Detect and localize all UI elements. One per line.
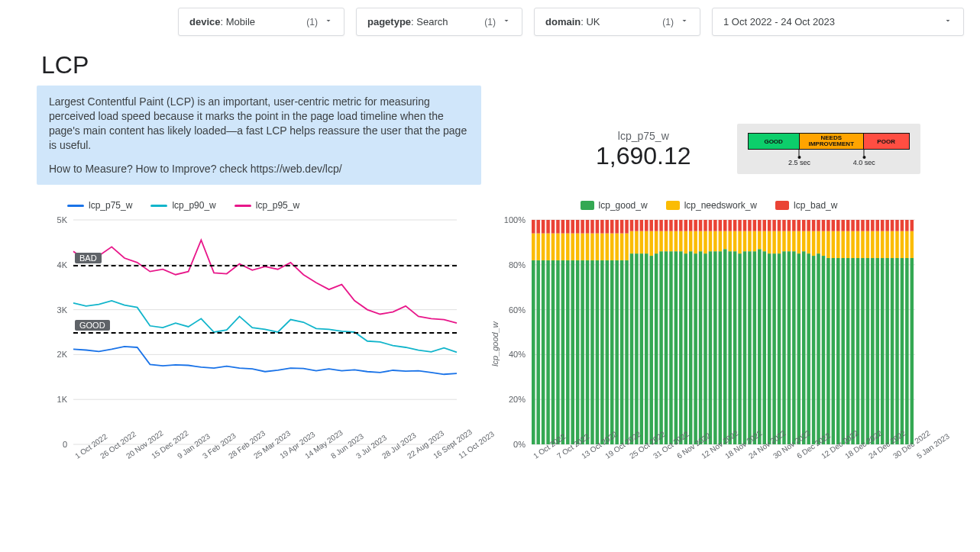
filter-daterange[interactable]: 1 Oct 2022 - 24 Oct 2023 (712, 8, 964, 36)
filter-bar: device: Mobile (1) pagetype: Search (1) … (178, 8, 966, 36)
svg-rect-84 (630, 254, 634, 445)
svg-rect-42 (561, 260, 565, 444)
percentile-chart: lcp_p75_w lcp_p90_w lcp_p95_w 01K2K3K4K5… (37, 200, 464, 496)
svg-rect-197 (812, 220, 816, 231)
caret-down-icon (680, 16, 689, 27)
svg-rect-237 (881, 258, 885, 444)
svg-rect-210 (836, 258, 840, 444)
svg-rect-102 (659, 252, 663, 445)
svg-rect-198 (817, 254, 820, 445)
svg-rect-143 (723, 220, 727, 231)
svg-rect-93 (645, 254, 648, 445)
caret-down-icon (943, 16, 953, 27)
svg-rect-241 (885, 231, 889, 258)
svg-rect-213 (841, 258, 845, 444)
svg-rect-101 (655, 220, 658, 231)
svg-rect-47 (566, 220, 570, 234)
threshold-poor: POOR (864, 134, 909, 149)
legend-swatch (67, 205, 84, 207)
filter-pagetype[interactable]: pagetype: Search (1) (356, 8, 522, 36)
svg-rect-242 (885, 220, 889, 231)
svg-rect-199 (817, 231, 820, 253)
svg-rect-130 (703, 231, 707, 253)
svg-rect-157 (748, 231, 752, 251)
svg-rect-30 (542, 260, 545, 444)
svg-rect-107 (665, 220, 668, 231)
svg-rect-254 (905, 220, 909, 231)
svg-rect-184 (792, 231, 796, 251)
svg-rect-40 (556, 234, 560, 260)
svg-rect-181 (788, 231, 791, 251)
svg-rect-89 (635, 220, 639, 231)
svg-rect-36 (551, 260, 555, 444)
svg-rect-209 (832, 220, 836, 231)
svg-rect-142 (723, 231, 727, 250)
description-text-2: How to Measure? How to Improve? check ht… (49, 162, 469, 176)
svg-rect-138 (719, 252, 723, 445)
svg-rect-27 (536, 260, 540, 444)
svg-text:5K: 5K (57, 215, 68, 224)
scorecard-value: 1,690.12 (596, 142, 691, 170)
svg-rect-234 (876, 258, 880, 444)
svg-rect-103 (659, 231, 663, 251)
svg-rect-195 (812, 256, 816, 444)
svg-rect-64 (596, 234, 600, 260)
svg-rect-217 (846, 231, 850, 258)
svg-rect-85 (630, 231, 634, 253)
legend-swatch (150, 205, 167, 207)
svg-rect-236 (876, 220, 880, 231)
legend-swatch (666, 201, 680, 210)
svg-rect-230 (866, 220, 870, 231)
svg-rect-24 (532, 260, 535, 444)
svg-rect-223 (856, 231, 860, 258)
svg-rect-189 (802, 252, 806, 445)
annotation-bad: BAD (75, 253, 102, 263)
svg-rect-116 (679, 220, 683, 231)
svg-rect-25 (532, 234, 535, 260)
svg-rect-183 (792, 252, 796, 445)
svg-rect-176 (778, 220, 781, 231)
svg-rect-140 (719, 220, 723, 231)
svg-text:4K: 4K (57, 260, 68, 270)
description-card: Largest Contentful Paint (LCP) is an imp… (37, 86, 481, 185)
svg-rect-118 (684, 231, 688, 253)
svg-rect-245 (891, 220, 894, 231)
svg-rect-206 (826, 220, 830, 231)
svg-rect-172 (772, 231, 776, 253)
svg-rect-112 (674, 231, 678, 251)
svg-rect-80 (620, 220, 624, 234)
svg-rect-194 (807, 220, 810, 231)
svg-rect-131 (703, 220, 707, 231)
svg-rect-34 (546, 234, 550, 260)
svg-rect-57 (586, 260, 590, 444)
svg-rect-239 (881, 220, 885, 231)
filter-domain[interactable]: domain: UK (1) (534, 8, 700, 36)
svg-rect-158 (748, 220, 752, 231)
svg-rect-63 (596, 260, 600, 444)
svg-rect-26 (532, 220, 535, 234)
svg-text:0%: 0% (513, 440, 526, 449)
svg-text:2K: 2K (57, 350, 68, 360)
svg-rect-160 (753, 231, 757, 251)
svg-rect-117 (684, 254, 688, 445)
svg-rect-135 (713, 252, 717, 445)
svg-rect-220 (851, 231, 855, 258)
svg-rect-191 (802, 220, 806, 231)
svg-rect-61 (590, 234, 594, 260)
description-text-1: Largest Contentful Paint (LCP) is an imp… (49, 95, 469, 153)
svg-rect-146 (728, 220, 732, 231)
svg-rect-185 (792, 220, 796, 231)
svg-rect-202 (822, 231, 826, 256)
svg-rect-150 (738, 254, 742, 445)
filter-device[interactable]: device: Mobile (1) (178, 8, 344, 36)
svg-rect-129 (703, 254, 707, 445)
svg-rect-39 (556, 260, 560, 444)
svg-rect-155 (743, 220, 747, 231)
svg-rect-70 (606, 234, 610, 260)
svg-rect-201 (822, 256, 826, 444)
svg-rect-252 (905, 258, 909, 444)
svg-rect-212 (836, 220, 840, 231)
svg-rect-94 (645, 231, 648, 253)
svg-rect-173 (772, 220, 776, 231)
svg-rect-144 (728, 252, 732, 445)
